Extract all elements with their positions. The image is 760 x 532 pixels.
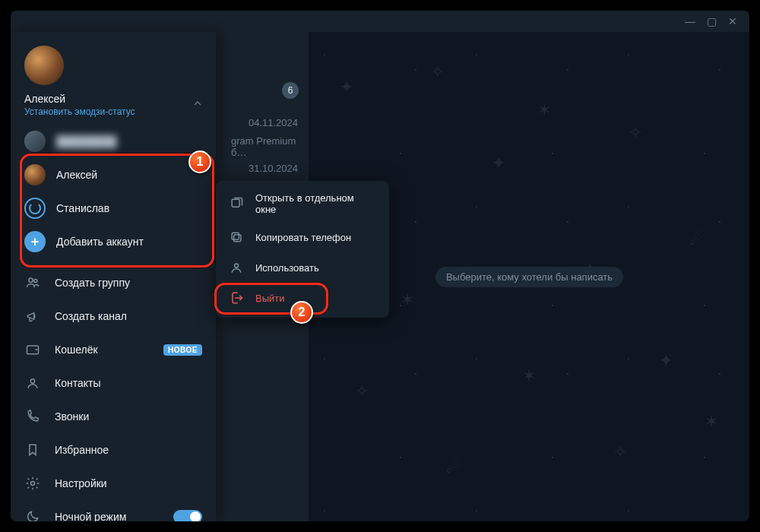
accounts-list: ████████ Алексей Станислав + Добавить ак… bbox=[11, 122, 216, 261]
night-mode-toggle[interactable] bbox=[173, 510, 202, 521]
account-row-alexey[interactable]: Алексей bbox=[11, 158, 216, 192]
group-icon bbox=[24, 274, 41, 291]
gear-icon bbox=[24, 475, 41, 492]
collapse-accounts-icon[interactable] bbox=[192, 97, 204, 112]
user-icon bbox=[228, 259, 245, 276]
menu-create-group[interactable]: Создать группу bbox=[11, 266, 216, 299]
annotation-badge-2: 2 bbox=[290, 301, 313, 324]
menu-label: Звонки bbox=[55, 410, 89, 423]
ctx-copy-phone[interactable]: Копировать телефон bbox=[216, 222, 389, 252]
chat-preview-fragment: gram Premium б… bbox=[231, 135, 309, 158]
window-icon bbox=[228, 195, 245, 212]
unread-badge: 6 bbox=[282, 82, 299, 99]
logout-icon bbox=[228, 290, 245, 306]
menu-label: Контакты bbox=[55, 377, 100, 389]
svg-point-0 bbox=[29, 278, 33, 282]
side-drawer: Алексей Установить эмодзи-статус ███████… bbox=[11, 32, 216, 521]
annotation-badge-1: 1 bbox=[188, 150, 211, 173]
ctx-open-window[interactable]: Открыть в отдельном окне bbox=[216, 185, 389, 222]
account-row-blurred[interactable]: ████████ bbox=[11, 125, 216, 158]
svg-point-8 bbox=[235, 264, 239, 268]
account-name: Алексей bbox=[56, 169, 97, 181]
menu-label: Избранное bbox=[55, 444, 109, 456]
set-emoji-status-link[interactable]: Установить эмодзи-статус bbox=[24, 106, 202, 117]
ctx-label: Копировать телефон bbox=[255, 232, 351, 243]
menu-settings[interactable]: Настройки bbox=[11, 467, 216, 500]
account-name-blurred: ████████ bbox=[56, 135, 116, 147]
copy-icon bbox=[228, 229, 245, 245]
contact-icon bbox=[24, 375, 41, 391]
phone-icon bbox=[24, 408, 41, 425]
svg-point-1 bbox=[34, 279, 37, 282]
close-button[interactable]: ✕ bbox=[722, 15, 743, 27]
avatar bbox=[24, 164, 46, 185]
menu-wallet[interactable]: Кошелёк НОВОЕ bbox=[11, 333, 216, 366]
menu-saved[interactable]: Избранное bbox=[11, 433, 216, 467]
svg-rect-7 bbox=[232, 233, 239, 239]
minimize-button[interactable]: — bbox=[679, 15, 701, 27]
ctx-label: Открыть в отдельном окне bbox=[255, 192, 377, 215]
avatar bbox=[24, 131, 46, 152]
menu-label: Кошелёк bbox=[55, 344, 98, 356]
plus-icon: + bbox=[24, 231, 46, 252]
titlebar: — ▢ ✕ bbox=[11, 11, 749, 32]
menu-create-channel[interactable]: Создать канал bbox=[11, 299, 216, 333]
app-window: — ▢ ✕ 6 04.11.2024 gram Premium б… 31.10… bbox=[11, 11, 749, 521]
add-account-label: Добавить аккаунт bbox=[56, 236, 144, 248]
ctx-label: Использовать bbox=[255, 262, 319, 274]
menu-label: Создать канал bbox=[55, 310, 127, 322]
menu-calls[interactable]: Звонки bbox=[11, 400, 216, 433]
menu-label: Ночной режим bbox=[55, 511, 126, 521]
user-avatar[interactable] bbox=[24, 46, 64, 85]
avatar bbox=[24, 198, 46, 219]
moon-icon bbox=[24, 508, 41, 521]
menu-label: Создать группу bbox=[55, 277, 130, 289]
bookmark-icon bbox=[24, 442, 41, 458]
ctx-use[interactable]: Использовать bbox=[216, 252, 389, 283]
drawer-menu: Создать группу Создать канал Кошелёк НОВ… bbox=[11, 261, 216, 521]
svg-point-4 bbox=[31, 482, 35, 486]
account-context-menu: Открыть в отдельном окне Копировать теле… bbox=[216, 181, 389, 318]
chat-date: 04.11.2024 bbox=[249, 117, 298, 128]
maximize-button[interactable]: ▢ bbox=[701, 15, 722, 27]
menu-label: Настройки bbox=[55, 477, 107, 489]
new-badge: НОВОЕ bbox=[163, 344, 202, 356]
chat-date: 31.10.2024 bbox=[249, 163, 298, 174]
account-name: Станислав bbox=[56, 202, 109, 214]
account-row-stanislav[interactable]: Станислав bbox=[11, 192, 216, 225]
megaphone-icon bbox=[24, 308, 41, 325]
ctx-label: Выйти bbox=[255, 293, 285, 304]
add-account-button[interactable]: + Добавить аккаунт bbox=[11, 225, 216, 258]
menu-contacts[interactable]: Контакты bbox=[11, 366, 216, 400]
svg-rect-6 bbox=[234, 235, 241, 242]
user-name: Алексей bbox=[24, 93, 202, 105]
wallet-icon bbox=[24, 341, 41, 358]
menu-night-mode[interactable]: Ночной режим bbox=[11, 500, 216, 521]
svg-point-3 bbox=[30, 379, 34, 383]
empty-chat-placeholder: Выберите, кому хотели бы написать bbox=[435, 267, 623, 287]
svg-rect-5 bbox=[232, 199, 239, 207]
